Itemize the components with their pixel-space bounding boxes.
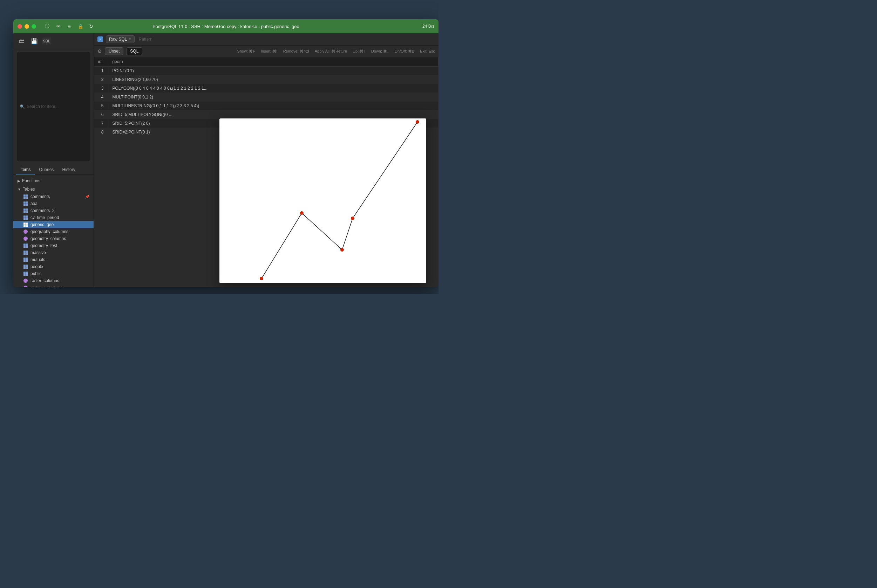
- cylinder-icon[interactable]: 💾: [29, 36, 39, 46]
- cell-geom: POINT(0 1): [108, 67, 438, 75]
- svg-point-5: [416, 120, 419, 124]
- circle-icon: [23, 236, 28, 241]
- sidebar-item-generic-geo[interactable]: generic_geo: [14, 221, 93, 228]
- tab-history[interactable]: History: [58, 165, 79, 174]
- table-row[interactable]: 6 SRID=5;MULTIPOLYGON(((0 ...: [94, 110, 438, 119]
- item-label: people: [30, 264, 43, 269]
- table-row[interactable]: 3 POLYGON((0 0,4 0,4 4,0 4,0 0),(1 1,2 1…: [94, 84, 438, 93]
- sidebar-item-geometry-test[interactable]: geometry_test: [14, 242, 93, 249]
- sidebar: 🗃 💾 SQL 🔍 Items Queries History ▶ Functi…: [14, 33, 94, 287]
- cell-id: 2: [94, 75, 108, 84]
- sidebar-item-geography-columns[interactable]: geography_columns: [14, 228, 93, 235]
- table-row[interactable]: 1 POINT(0 1): [94, 67, 438, 75]
- refresh-button[interactable]: ↻: [87, 22, 95, 30]
- tables-header[interactable]: ▼ Tables: [14, 185, 93, 193]
- pin-icon: 📌: [85, 195, 89, 199]
- search-container: 🔍: [17, 51, 90, 162]
- tab-queries[interactable]: Queries: [35, 165, 58, 174]
- arrow-right-icon: ▶: [18, 179, 20, 183]
- grid-icon: [23, 264, 28, 269]
- tab-items[interactable]: Items: [16, 165, 35, 174]
- sidebar-toolbar: 🗃 💾 SQL: [14, 33, 93, 49]
- geo-popup: [219, 118, 426, 283]
- item-label: geometry_test: [30, 243, 57, 248]
- item-label: aaa: [30, 201, 38, 206]
- tables-label: Tables: [23, 187, 35, 192]
- item-label: comments: [30, 194, 50, 199]
- grid-icon: [23, 257, 28, 262]
- sidebar-item-raster-overviews[interactable]: raster_overviews: [14, 284, 93, 287]
- circle-icon: [23, 229, 28, 234]
- filter-bar: ✓ Raw SQL ▼: [94, 33, 438, 45]
- item-label: comments_2: [30, 208, 55, 213]
- svg-point-3: [340, 248, 344, 252]
- gear-icon[interactable]: ⚙: [98, 48, 102, 54]
- sidebar-item-massive[interactable]: massive: [14, 249, 93, 256]
- close-button[interactable]: [18, 24, 22, 29]
- grid-icon: [23, 194, 28, 199]
- search-input[interactable]: [27, 104, 87, 109]
- item-label: mutuals: [30, 257, 45, 262]
- data-table-container[interactable]: id geom 1 POINT(0 1) 2 LINESTRING(2 1,60…: [94, 57, 438, 287]
- sidebar-item-geometry-columns[interactable]: geometry_columns: [14, 235, 93, 242]
- svg-point-1: [260, 277, 263, 280]
- eye-icon[interactable]: 👁: [54, 22, 62, 30]
- shortcuts-bar: Show: ⌘F Insert: ⌘I Remove: ⌘⌥I Apply Al…: [237, 49, 435, 54]
- main-window: ⓘ 👁 ≡ 🔒 ↻ PostgreSQL 11.0 : SSH : MemeGo…: [14, 19, 438, 287]
- unset-button[interactable]: Unset: [105, 47, 123, 55]
- functions-section: ▶ Functions: [14, 177, 93, 184]
- chevron-down-icon: ▼: [128, 38, 131, 41]
- filter-checkbox[interactable]: ✓: [98, 36, 103, 42]
- item-label: cv_time_period: [30, 215, 59, 220]
- insert-shortcut: Insert: ⌘I: [261, 49, 278, 54]
- cell-geom: MULTIPOINT(0 0,1 2): [108, 93, 438, 102]
- cell-id: 8: [94, 128, 108, 136]
- sidebar-item-comments[interactable]: comments 📌: [14, 193, 93, 200]
- sidebar-tabs: Items Queries History: [14, 164, 93, 175]
- item-label: massive: [30, 250, 46, 255]
- sidebar-item-comments2[interactable]: comments_2: [14, 207, 93, 214]
- table-row[interactable]: 2 LINESTRING(2 1,60 70): [94, 75, 438, 84]
- item-label: geometry_columns: [30, 236, 66, 241]
- grid-icon: [23, 201, 28, 206]
- functions-label: Functions: [22, 178, 40, 183]
- grid-icon: [23, 250, 28, 255]
- cell-id: 3: [94, 84, 108, 93]
- on-off-shortcut: On/Off: ⌘B: [395, 49, 414, 54]
- col-id[interactable]: id: [94, 57, 108, 67]
- circle-icon: [23, 278, 28, 283]
- exit-shortcut: Exit: Esc: [420, 49, 435, 54]
- db-icon[interactable]: 🗃: [17, 36, 27, 46]
- sidebar-item-aaa[interactable]: aaa: [14, 200, 93, 207]
- search-icon: 🔍: [20, 104, 25, 109]
- window-title: PostgreSQL 11.0 : SSH : MemeGoo copy : k…: [152, 24, 299, 29]
- sidebar-item-raster-columns[interactable]: raster_columns: [14, 277, 93, 284]
- sql-button[interactable]: SQL: [126, 47, 142, 55]
- sidebar-item-cv-time-period[interactable]: cv_time_period: [14, 214, 93, 221]
- info-icon[interactable]: ⓘ: [43, 22, 51, 30]
- minimize-button[interactable]: [24, 24, 29, 29]
- cell-id: 5: [94, 102, 108, 110]
- sidebar-item-public[interactable]: public: [14, 270, 93, 277]
- sidebar-item-people[interactable]: people: [14, 263, 93, 270]
- show-shortcut: Show: ⌘F: [237, 49, 255, 54]
- table-row[interactable]: 5 MULTILINESTRING((0 0,1 1,1 2),(2 3,3 2…: [94, 102, 438, 110]
- col-geom[interactable]: geom: [108, 57, 438, 67]
- item-label: generic_geo: [30, 222, 54, 227]
- item-label: raster_overviews: [30, 285, 62, 287]
- table-row[interactable]: 4 MULTIPOINT(0 0,1 2): [94, 93, 438, 102]
- sql-icon[interactable]: SQL: [42, 38, 51, 45]
- functions-header[interactable]: ▶ Functions: [14, 177, 93, 184]
- titlebar: ⓘ 👁 ≡ 🔒 ↻ PostgreSQL 11.0 : SSH : MemeGo…: [14, 19, 438, 33]
- apply-all-shortcut: Apply All: ⌘Return: [315, 49, 347, 54]
- lock-icon[interactable]: 🔒: [77, 22, 84, 30]
- list-icon[interactable]: ≡: [66, 22, 73, 30]
- filter-mode-dropdown[interactable]: Raw SQL ▼: [106, 35, 135, 43]
- up-shortcut: Up: ⌘↑: [353, 49, 366, 54]
- pattern-input[interactable]: [137, 37, 435, 42]
- svg-point-2: [300, 211, 303, 215]
- maximize-button[interactable]: [32, 24, 36, 29]
- cell-id: 4: [94, 93, 108, 102]
- main-body: 🗃 💾 SQL 🔍 Items Queries History ▶ Functi…: [14, 33, 438, 287]
- sidebar-item-mutuals[interactable]: mutuals: [14, 256, 93, 263]
